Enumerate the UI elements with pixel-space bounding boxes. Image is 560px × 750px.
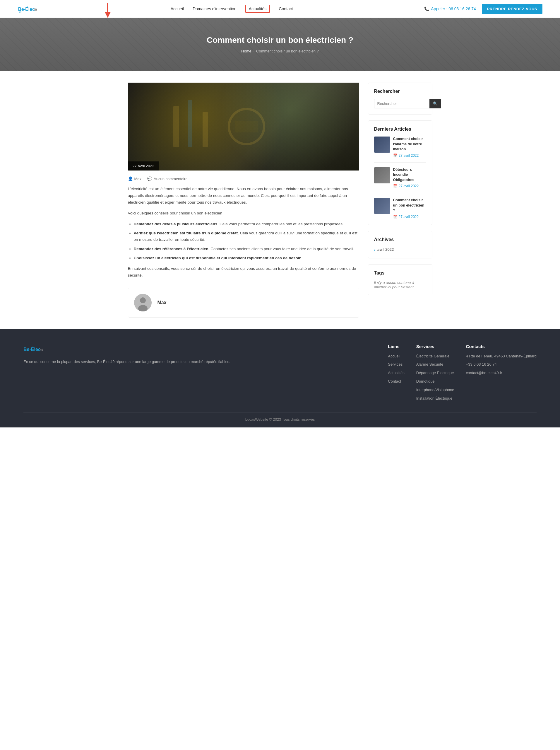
svg-text:Be-Élec: Be-Élec bbox=[23, 347, 41, 352]
footer-contacts-col: Contacts 4 Rte de Feneu, 49460 Cantenay-… bbox=[466, 344, 537, 404]
footer-services-title: Services bbox=[416, 344, 454, 349]
nav-contact[interactable]: Contact bbox=[279, 6, 293, 11]
svg-text:Be-: Be- bbox=[18, 7, 25, 12]
page-title: Comment choisir un bon électricien ? bbox=[6, 36, 554, 45]
copyright-text: LucasWebsite © 2023 Tous droits réservés bbox=[245, 417, 315, 421]
archives-widget: Archives avril 2022 bbox=[368, 231, 432, 258]
svg-rect-8 bbox=[188, 100, 192, 147]
recent-title-1[interactable]: Comment choisir l'alarme de votre maison bbox=[393, 137, 426, 152]
recent-title-3[interactable]: Comment choisir un bon électricien ? bbox=[393, 198, 426, 213]
article-image: 27 avril 2022 bbox=[128, 83, 359, 171]
nav-actualites[interactable]: Actualités bbox=[245, 5, 270, 13]
footer-bottom: LucasWebsite © 2023 Tous droits réservés bbox=[23, 413, 537, 421]
footer-brand-text: En ce qui concerne la plupart des servic… bbox=[23, 359, 376, 365]
footer-contacts-title: Contacts bbox=[466, 344, 537, 349]
article-author-meta: 👤 Max bbox=[128, 176, 142, 181]
main-nav: Accueil Domaines d'intervention Actualit… bbox=[171, 5, 293, 13]
recent-title-2[interactable]: Détecteurs Incendie Obligatoires bbox=[393, 167, 426, 183]
site-footer: Be-Élec 49 En ce qui concerne la plupart… bbox=[0, 329, 560, 428]
footer-liens-col: Liens Accueil Services Actualités Contac… bbox=[388, 344, 404, 404]
user-icon: 👤 bbox=[128, 176, 133, 181]
cta-rendez-vous-button[interactable]: PRENDRE RENDEZ-VOUS bbox=[482, 4, 542, 14]
article-image-wrapper: 27 avril 2022 bbox=[128, 83, 359, 171]
hero-section: Comment choisir un bon électricien ? Hom… bbox=[0, 18, 560, 71]
footer-email: contact@be-elec49.fr bbox=[466, 370, 537, 376]
tags-title: Tags bbox=[374, 271, 426, 276]
article-conclusion: En suivant ces conseils, vous serez sûr … bbox=[128, 265, 359, 279]
tags-widget: Tags Il n'y a aucun contenu à afficher i… bbox=[368, 264, 432, 295]
footer-address: 4 Rte de Feneu, 49460 Cantenay-Épinard bbox=[466, 353, 537, 359]
breadcrumb-separator: › bbox=[253, 49, 254, 53]
recent-date-3: 📅 27 avril 2022 bbox=[393, 215, 426, 219]
nav-accueil[interactable]: Accueil bbox=[171, 6, 184, 11]
recent-articles-widget: Derniers Articles Comment choisir l'alar… bbox=[368, 120, 432, 225]
recent-thumb-3 bbox=[374, 198, 390, 214]
calendar-icon-3: 📅 bbox=[393, 215, 397, 219]
sidebar: Rechercher 🔍 Derniers Articles Comment c… bbox=[368, 83, 432, 318]
footer-liens-title: Liens bbox=[388, 344, 404, 349]
recent-articles-title: Derniers Articles bbox=[374, 126, 426, 132]
author-name: Max bbox=[158, 300, 167, 305]
footer-link-contact[interactable]: Contact bbox=[388, 378, 404, 385]
article-date-badge: 27 avril 2022 bbox=[128, 161, 159, 171]
site-header: Be- Élec 49 Accueil Domaines d'intervent… bbox=[0, 0, 560, 18]
article-tips-list: Demandez des devis à plusieurs électrici… bbox=[134, 221, 359, 261]
calendar-icon-1: 📅 bbox=[393, 154, 397, 158]
tags-empty-text: Il n'y a aucun contenu à afficher ici po… bbox=[374, 280, 426, 289]
footer-service-electricite[interactable]: Électricité Générale bbox=[416, 353, 454, 359]
search-button[interactable]: 🔍 bbox=[430, 99, 441, 108]
breadcrumb: Home › Comment choisir un bon électricie… bbox=[6, 49, 554, 53]
recent-info-1: Comment choisir l'alarme de votre maison… bbox=[393, 137, 426, 158]
search-bar: 🔍 bbox=[374, 99, 426, 108]
breadcrumb-current: Comment choisir un bon électricien ? bbox=[256, 49, 319, 53]
footer-service-interphone[interactable]: Interphone/Visiophone bbox=[416, 387, 454, 393]
footer-service-alarme[interactable]: Alarme Sécurité bbox=[416, 361, 454, 368]
article-area: 27 avril 2022 👤 Max 💬 Aucun commentaire … bbox=[128, 83, 359, 318]
recent-thumb-2 bbox=[374, 167, 390, 183]
svg-rect-7 bbox=[173, 106, 179, 147]
tip-item-4: Choisissez un électricien qui est dispon… bbox=[134, 255, 359, 261]
article-comment-count: Aucun commentaire bbox=[154, 177, 188, 181]
author-box: Max bbox=[128, 288, 359, 318]
svg-rect-11 bbox=[235, 121, 258, 133]
search-widget-title: Rechercher bbox=[374, 89, 426, 94]
footer-brand: Be-Élec 49 En ce qui concerne la plupart… bbox=[23, 344, 376, 404]
footer-link-actualites[interactable]: Actualités bbox=[388, 370, 404, 376]
article-body: L'électricité est un élément essentiel d… bbox=[128, 186, 359, 279]
recent-date-1: 📅 27 avril 2022 bbox=[393, 154, 426, 158]
nav-domaines[interactable]: Domaines d'intervention bbox=[193, 6, 236, 11]
recent-date-2: 📅 27 avril 2022 bbox=[393, 184, 426, 188]
tip-item-2: Vérifiez que l'électricien est titulaire… bbox=[134, 230, 359, 242]
footer-service-depannage[interactable]: Dépannage Électrique bbox=[416, 370, 454, 376]
phone-link[interactable]: 📞 Appeler : 06 03 16 26 74 bbox=[424, 6, 476, 11]
tip-item-1: Demandez des devis à plusieurs électrici… bbox=[134, 221, 359, 228]
article-meta: 👤 Max 💬 Aucun commentaire bbox=[128, 176, 359, 181]
comment-icon: 💬 bbox=[147, 176, 152, 181]
avatar bbox=[134, 294, 152, 311]
archives-title: Archives bbox=[374, 237, 426, 242]
footer-service-domotique[interactable]: Domotique bbox=[416, 378, 454, 385]
breadcrumb-home[interactable]: Home bbox=[241, 49, 251, 53]
recent-article-1: Comment choisir l'alarme de votre maison… bbox=[374, 137, 426, 163]
svg-point-13 bbox=[140, 297, 146, 303]
logo[interactable]: Be- Élec 49 bbox=[18, 3, 39, 15]
search-widget: Rechercher 🔍 bbox=[368, 83, 432, 115]
calendar-icon-2: 📅 bbox=[393, 184, 397, 188]
archive-link-april[interactable]: avril 2022 bbox=[374, 247, 426, 252]
article-comment-meta: 💬 Aucun commentaire bbox=[147, 176, 188, 181]
footer-top: Be-Élec 49 En ce qui concerne la plupart… bbox=[23, 344, 537, 404]
author-info: Max bbox=[158, 300, 167, 305]
recent-thumb-1 bbox=[374, 137, 390, 153]
search-input[interactable] bbox=[374, 99, 430, 108]
phone-number: Appeler : 06 03 16 26 74 bbox=[431, 6, 476, 11]
footer-services-col: Services Électricité Générale Alarme Séc… bbox=[416, 344, 454, 404]
recent-info-2: Détecteurs Incendie Obligatoires 📅 27 av… bbox=[393, 167, 426, 189]
footer-service-installation[interactable]: Installation Électrique bbox=[416, 395, 454, 402]
svg-text:49: 49 bbox=[40, 348, 43, 352]
svg-text:49: 49 bbox=[34, 8, 37, 12]
recent-info-3: Comment choisir un bon électricien ? 📅 2… bbox=[393, 198, 426, 219]
footer-link-accueil[interactable]: Accueil bbox=[388, 353, 404, 359]
main-content: 27 avril 2022 👤 Max 💬 Aucun commentaire … bbox=[104, 71, 456, 329]
header-right: 📞 Appeler : 06 03 16 26 74 PRENDRE RENDE… bbox=[424, 4, 542, 14]
footer-link-services[interactable]: Services bbox=[388, 361, 404, 368]
